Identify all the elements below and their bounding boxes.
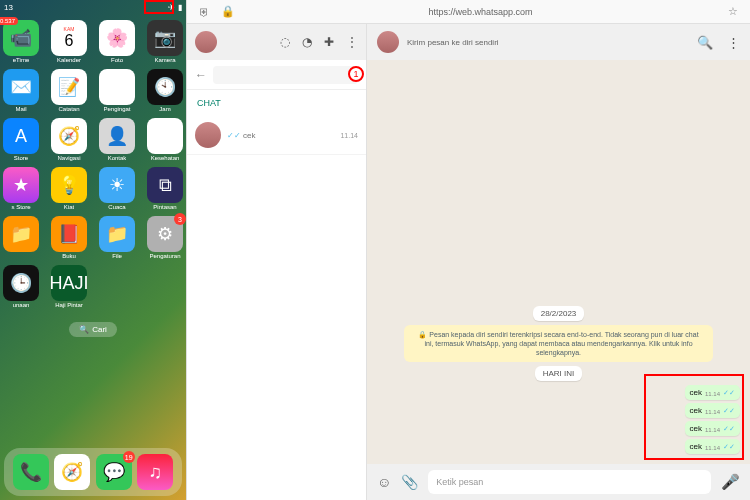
conversation-pane: Kirim pesan ke diri sendiri 🔍 ⋮ 28/2/202…	[367, 24, 750, 500]
today-pill: HARI INI	[535, 366, 583, 381]
annotation-circle-1: 1	[348, 66, 364, 82]
chat-sidebar: ◌ ◔ ✚ ⋮ ← 1 CHAT ✓✓cek 11.14	[187, 24, 367, 500]
app-unaan[interactable]: 🕒unaan	[1, 265, 41, 308]
messages-area: 28/2/2023 🔒 Pesan kepada diri sendiri te…	[367, 60, 750, 464]
status-icon[interactable]: ◔	[302, 35, 312, 49]
date-pill: 28/2/2023	[533, 306, 585, 321]
chat-avatar	[195, 122, 221, 148]
search-label: Cari	[92, 325, 107, 334]
conv-menu-icon[interactable]: ⋮	[727, 35, 740, 50]
annotation-messages-box	[644, 374, 744, 460]
app-Pengaturan[interactable]: ⚙3Pengaturan	[145, 216, 185, 259]
menu-icon[interactable]: ⋮	[346, 35, 358, 49]
attach-icon[interactable]: 📎	[401, 474, 418, 490]
app-Cuaca[interactable]: ☀Cuaca	[97, 167, 137, 210]
dock-app[interactable]: ♫	[137, 454, 173, 490]
dock-app[interactable]: 📞	[13, 454, 49, 490]
app-Navigasi[interactable]: 🧭Navigasi	[49, 118, 89, 161]
search-input[interactable]	[213, 66, 358, 84]
user-avatar[interactable]	[195, 31, 217, 53]
whatsapp-web: ◌ ◔ ✚ ⋮ ← 1 CHAT ✓✓cek 11.14	[187, 24, 750, 500]
check-icon: ✓✓	[227, 131, 241, 140]
app-s Store[interactable]: ★s Store	[1, 167, 41, 210]
chat-list-item[interactable]: ✓✓cek 11.14	[187, 116, 366, 155]
annotation-airplane-mode	[144, 0, 174, 14]
app-Haji Pintar[interactable]: HAJIHaji Pintar	[49, 265, 89, 308]
app-Mail[interactable]: ✉️Mail	[1, 69, 41, 112]
lock-icon: 🔒	[219, 5, 237, 18]
search-icon: 🔍	[79, 325, 89, 334]
browser-window: ⛨ 🔒 https://web.whatsapp.com ☆ ◌ ◔ ✚ ⋮ ←…	[186, 0, 750, 500]
app-Kiat[interactable]: 💡Kiat	[49, 167, 89, 210]
app-Catatan[interactable]: 📝Catatan	[49, 69, 89, 112]
url-text: https://web.whatsapp.com	[243, 7, 718, 17]
address-bar[interactable]: ⛨ 🔒 https://web.whatsapp.com ☆	[187, 0, 750, 24]
app-Kesehatan[interactable]: ❤Kesehatan	[145, 118, 185, 161]
composer: ☺ 📎 Ketik pesan 🎤	[367, 464, 750, 500]
sidebar-header: ◌ ◔ ✚ ⋮	[187, 24, 366, 60]
communities-icon[interactable]: ◌	[280, 35, 290, 49]
app-Kontak[interactable]: 👤Kontak	[97, 118, 137, 161]
battery-icon: ▮	[178, 3, 182, 12]
emoji-icon[interactable]: ☺	[377, 474, 391, 490]
message-input[interactable]: Ketik pesan	[428, 470, 711, 494]
app-File[interactable]: 📁File	[97, 216, 137, 259]
search-row: ← 1	[187, 60, 366, 90]
chat-section-label: CHAT	[187, 90, 366, 116]
app-Kamera[interactable]: 📷Kamera	[145, 20, 185, 63]
app-Foto[interactable]: 🌸Foto	[97, 20, 137, 63]
dock: 📞🧭💬19♫	[4, 448, 182, 496]
mic-icon[interactable]: 🎤	[721, 473, 740, 491]
chat-time: 11.14	[340, 132, 358, 139]
app-16[interactable]: 📁	[1, 216, 41, 259]
app-Pengingat[interactable]: ☑Pengingat	[97, 69, 137, 112]
app-Store[interactable]: AStore	[1, 118, 41, 161]
app-Kalender[interactable]: KAM6Kalender	[49, 20, 89, 63]
app-Buku[interactable]: 📕Buku	[49, 216, 89, 259]
status-time: 13	[4, 3, 13, 12]
ios-home-screen: 13 ✈ ▮ 📹0.537eTimeKAM6Kalender🌸Foto📷Kame…	[0, 0, 186, 500]
back-arrow-icon[interactable]: ←	[195, 68, 207, 82]
app-Jam[interactable]: 🕙Jam	[145, 69, 185, 112]
spotlight-search[interactable]: 🔍 Cari	[69, 322, 117, 337]
dock-app[interactable]: 💬19	[96, 454, 132, 490]
search-conv-icon[interactable]: 🔍	[697, 35, 713, 50]
app-eTime[interactable]: 📹0.537eTime	[1, 20, 41, 63]
conversation-header: Kirim pesan ke diri sendiri 🔍 ⋮	[367, 24, 750, 60]
app-Pintasan[interactable]: ⧉Pintasan	[145, 167, 185, 210]
conv-subtitle: Kirim pesan ke diri sendiri	[407, 38, 499, 47]
app-grid: 📹0.537eTimeKAM6Kalender🌸Foto📷Kamera✉️Mai…	[0, 14, 186, 314]
conv-avatar[interactable]	[377, 31, 399, 53]
new-chat-icon[interactable]: ✚	[324, 35, 334, 49]
dock-app[interactable]: 🧭	[54, 454, 90, 490]
encryption-notice[interactable]: 🔒 Pesan kepada diri sendiri terenkripsi …	[404, 325, 713, 362]
star-icon[interactable]: ☆	[724, 5, 742, 18]
shield-icon: ⛨	[195, 6, 213, 18]
